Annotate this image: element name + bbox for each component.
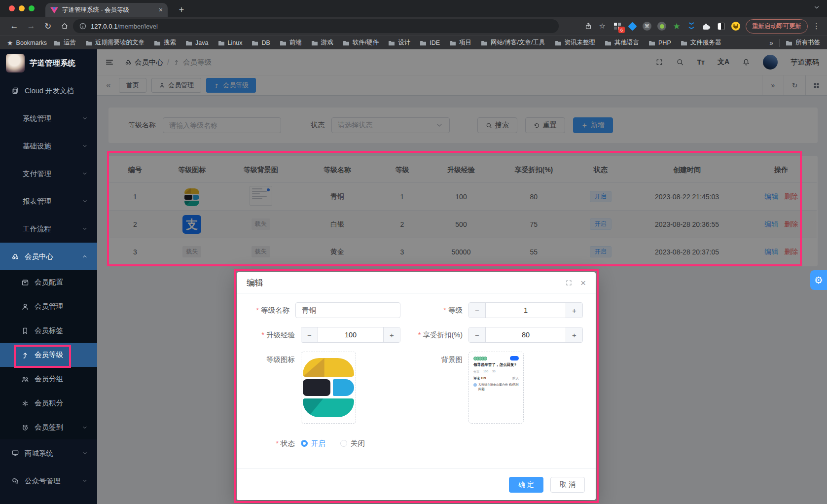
extension-layers-icon[interactable]	[686, 21, 696, 31]
sidebar-item-系统管理[interactable]: 系统管理	[0, 105, 97, 132]
sidebar-item-报表管理[interactable]: 报表管理	[0, 187, 97, 215]
bookmark-item[interactable]: Linux	[218, 39, 243, 46]
sidebar-item-会员中心[interactable]: 会员中心	[0, 243, 97, 270]
bookmark-item[interactable]: 搜索	[154, 38, 176, 47]
back-button[interactable]: ←	[7, 21, 22, 31]
sidebar-item-Cloud 开发文档[interactable]: Cloud 开发文档	[0, 77, 97, 105]
bookmark-item[interactable]: PHP	[648, 39, 671, 46]
bookmark-item[interactable]: 运营	[54, 38, 76, 47]
extension-record-icon[interactable]	[657, 21, 667, 31]
dialog-header: 编辑 ×	[237, 272, 596, 293]
browser-tab[interactable]: 芋道管理系统 - 会员等级 ×	[45, 3, 168, 17]
zoom-window-button[interactable]	[29, 5, 35, 11]
increase-button[interactable]: +	[566, 303, 582, 318]
chevron-down-icon	[80, 478, 89, 484]
bookmarks-star-icon[interactable]: ★	[7, 39, 13, 47]
home-button[interactable]	[57, 22, 72, 30]
dialog-close-icon[interactable]: ×	[580, 278, 586, 288]
background-upload[interactable]: 领导说辛苦了，怎么回复? 分享 100 30 评论 109 默认	[468, 352, 524, 424]
profile-avatar[interactable]	[731, 21, 741, 31]
restart-update-button[interactable]: 重新启动即可更新	[746, 19, 808, 34]
bookmark-item[interactable]: 近期需要读的文章	[85, 38, 144, 47]
sidebar-item-会员等级[interactable]: 会员等级	[0, 343, 97, 367]
bookmark-item[interactable]: 文件服务器	[681, 38, 721, 47]
folder-icon	[481, 40, 488, 46]
decrease-button[interactable]: −	[469, 327, 486, 342]
bookmark-item[interactable]: 软件/硬件	[343, 38, 379, 47]
bookmark-label: IDE	[430, 39, 440, 46]
level-name-field[interactable]	[295, 302, 400, 318]
status-off-radio[interactable]: 关闭	[340, 439, 365, 448]
sidebar-item-会员积分[interactable]: 会员积分	[0, 391, 97, 415]
bookmark-item[interactable]: DB	[252, 39, 270, 46]
sidebar-item-支付管理[interactable]: 支付管理	[0, 160, 97, 187]
level-icon-upload[interactable]	[301, 352, 356, 424]
tab-close-icon[interactable]: ×	[159, 6, 163, 14]
sidebar-item-工作流程[interactable]: 工作流程	[0, 215, 97, 243]
status-on-radio[interactable]: 开启	[301, 439, 325, 448]
settings-gear-button[interactable]: ⚙	[810, 270, 827, 290]
extension-diamond-icon[interactable]	[627, 21, 637, 31]
share-icon[interactable]	[584, 22, 592, 30]
sidebar-item-基础设施[interactable]: 基础设施	[0, 132, 97, 160]
radio-selected-icon	[301, 440, 308, 447]
reload-button[interactable]: ↻	[40, 21, 55, 32]
level-value[interactable]: 1	[486, 303, 566, 318]
bookmark-item[interactable]: 前端	[280, 38, 302, 47]
bookmark-item[interactable]: 网站/博客/文章/工具	[481, 38, 545, 47]
extensions-puzzle-icon[interactable]	[701, 21, 711, 31]
bookmarks-bar: ★ Bookmarks 运营近期需要读的文章搜索JavaLinuxDB前端游戏软…	[0, 36, 827, 49]
app-logo-row[interactable]: 芋道管理系统	[0, 49, 97, 77]
extension-grid-icon[interactable]: 6	[612, 21, 622, 31]
sidebar-item-会员签到[interactable]: 会员签到	[0, 415, 97, 439]
extension-contrast-icon[interactable]	[716, 21, 726, 31]
bookmark-label: 前端	[289, 38, 302, 47]
cancel-button[interactable]: 取 消	[550, 477, 585, 493]
commenter-avatar	[473, 383, 477, 387]
increase-button[interactable]: +	[383, 327, 400, 342]
browser-menu-icon[interactable]: ⋮	[813, 22, 820, 31]
sidebar-item-label: 会员标签	[35, 326, 89, 335]
extension-command-icon[interactable]: ⌘	[642, 21, 652, 31]
sidebar-item-公众号管理[interactable]: 公众号管理	[0, 467, 97, 495]
close-window-button[interactable]	[9, 5, 15, 11]
bookmark-item[interactable]: IDE	[420, 39, 440, 46]
address-bar[interactable]: 127.0.0.1/member/level	[73, 19, 559, 33]
sidebar-item-会员分组[interactable]: 会员分组	[0, 367, 97, 391]
exp-value[interactable]: 100	[318, 327, 383, 342]
sidebar-item-label: 会员等级	[35, 350, 89, 360]
decrease-button[interactable]: −	[469, 303, 486, 318]
sidebar-item-会员配置[interactable]: 会员配置	[0, 270, 97, 294]
minimize-window-button[interactable]	[19, 5, 25, 11]
confirm-button[interactable]: 确 定	[509, 477, 543, 493]
bookmark-item[interactable]: 游戏	[311, 38, 333, 47]
sidebar-item-会员管理[interactable]: 会员管理	[0, 294, 97, 319]
sidebar-item-label: 会员分组	[35, 374, 89, 384]
post-actions: 分享 100 30	[473, 370, 519, 374]
bookmarks-overflow-icon[interactable]: »	[769, 39, 773, 47]
bookmark-label: 项目	[459, 38, 471, 47]
window-controls[interactable]	[9, 5, 35, 11]
dialog-fullscreen-icon[interactable]	[565, 279, 573, 287]
bookmark-icon	[21, 327, 30, 335]
forward-button[interactable]: →	[24, 21, 38, 31]
bookmark-item[interactable]: Java	[185, 39, 208, 46]
discount-value[interactable]: 80	[486, 327, 566, 342]
bookmark-item[interactable]: 资讯未整理	[555, 38, 596, 47]
bookmarks-label[interactable]: Bookmarks	[16, 39, 47, 46]
bookmark-item[interactable]: 其他语言	[605, 38, 639, 47]
chevron-down-icon[interactable]	[813, 4, 820, 11]
bookmark-label: 文件服务器	[690, 38, 721, 47]
bookmark-item[interactable]: 设计	[388, 38, 410, 47]
bookmark-star-icon[interactable]: ☆	[599, 22, 606, 31]
extension-star-icon[interactable]: ★	[672, 21, 682, 31]
site-info-icon[interactable]	[79, 22, 87, 30]
sidebar-item-商城系统[interactable]: 商城系统	[0, 439, 97, 467]
bookmark-item[interactable]: 项目	[449, 38, 471, 47]
sidebar-item-会员标签[interactable]: 会员标签	[0, 319, 97, 343]
new-tab-button[interactable]: +	[176, 4, 187, 16]
all-bookmarks-folder[interactable]: 所有书签	[786, 38, 820, 47]
users-icon	[21, 375, 30, 383]
decrease-button[interactable]: −	[301, 327, 318, 342]
increase-button[interactable]: +	[566, 327, 582, 342]
